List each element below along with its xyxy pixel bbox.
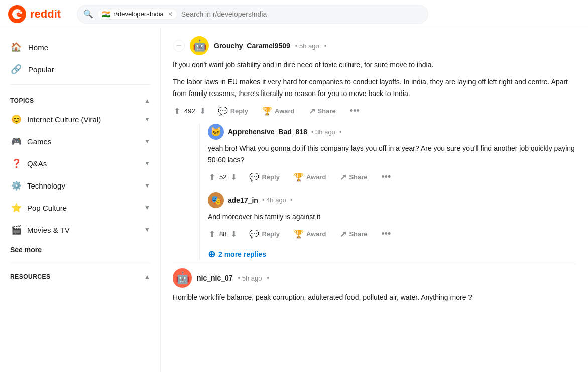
vote-group-reply-1: ⬆ 52 ⬇ — [208, 171, 238, 183]
sidebar-item-popular[interactable]: 🔗 Popular — [0, 58, 160, 80]
sidebar-item-pop-culture-label: Pop Culture — [27, 204, 67, 212]
reply-icon-reply-2: 💬 — [249, 229, 259, 239]
award-button-reply-1[interactable]: 🏆 Award — [291, 170, 329, 184]
award-icon-reply-2: 🏆 — [294, 229, 304, 239]
reply-2: 🎭 ade17_in • 4h ago • And moreover his f… — [208, 192, 576, 241]
vote-count-1: 492 — [184, 107, 195, 115]
reply-button-reply-1[interactable]: 💬 Reply — [246, 170, 282, 184]
comment-1-body: If you don't want job stability and in d… — [173, 59, 576, 99]
reply-icon-1: 💬 — [218, 106, 228, 116]
more-button-1[interactable]: ••• — [347, 105, 363, 117]
downvote-button-1[interactable]: ⬇ — [198, 105, 207, 117]
avatar-apprehensive: 🐱 — [208, 124, 224, 140]
avatar-ade17: 🎭 — [208, 192, 224, 208]
nested-replies-1: 🐱 Apprehensive_Bad_818 • 3h ago • yeah b… — [199, 124, 576, 260]
comment-1-header: − 🤖 Grouchy_Caramel9509 • 5h ago • — [173, 36, 576, 55]
collapse-button-1[interactable]: − — [173, 40, 185, 52]
share-button-1[interactable]: ↗ Share — [306, 104, 339, 118]
username-apprehensive[interactable]: Apprehensive_Bad_818 — [228, 128, 307, 136]
downvote-button-reply-1[interactable]: ⬇ — [229, 171, 238, 183]
see-more-button[interactable]: See more — [0, 241, 160, 259]
topics-title: TOPICS — [10, 97, 34, 104]
sidebar: 🏠 Home 🔗 Popular TOPICS ▲ 😊 Internet Cul… — [0, 28, 161, 372]
resources-chevron-icon: ▲ — [144, 273, 150, 281]
sidebar-item-technology-label: Technology — [27, 181, 65, 190]
vote-group-1: ⬆ 492 ⬇ — [173, 105, 207, 117]
reddit-logo-icon — [8, 5, 26, 23]
reply-1-header: 🐱 Apprehensive_Bad_818 • 3h ago • — [208, 124, 576, 140]
sidebar-divider-2 — [10, 263, 150, 263]
comment-1: − 🤖 Grouchy_Caramel9509 • 5h ago • If yo… — [173, 36, 576, 260]
share-icon-1: ↗ — [309, 106, 315, 116]
username-grouchy[interactable]: Grouchy_Caramel9509 — [214, 42, 290, 50]
sidebar-item-movies-tv[interactable]: 🎬 Movies & TV ▼ — [0, 219, 160, 241]
upvote-button-reply-1[interactable]: ⬆ — [208, 171, 216, 183]
award-button-1[interactable]: 🏆 Award — [259, 104, 298, 118]
comment-2: 🤖 nic_nic_07 • 5h ago • Horrible work li… — [173, 268, 576, 303]
reply-1-body: yeah bro! What you gonna do if this comp… — [208, 143, 576, 165]
sidebar-item-qas[interactable]: ❓ Q&As ▼ — [0, 152, 160, 174]
comment-2-header: 🤖 nic_nic_07 • 5h ago • — [173, 268, 576, 288]
sidebar-item-technology[interactable]: ⚙️ Technology ▼ — [0, 174, 160, 197]
subreddit-tag-close[interactable]: ✕ — [168, 11, 173, 18]
upvote-button-1[interactable]: ⬆ — [173, 105, 181, 117]
share-button-reply-1[interactable]: ↗ Share — [337, 170, 370, 184]
search-input[interactable] — [181, 10, 422, 18]
more-button-reply-2[interactable]: ••• — [379, 228, 394, 240]
sidebar-item-movies-tv-label: Movies & TV — [27, 226, 70, 234]
resources-section-header[interactable]: RESOURCES ▲ — [0, 267, 160, 283]
avatar-grouchy: 🤖 — [190, 36, 209, 55]
reply-2-actions: ⬆ 88 ⬇ 💬 Reply 🏆 Award — [208, 227, 576, 241]
subreddit-tag[interactable]: 🇮🇳 r/developersIndia ✕ — [97, 9, 177, 20]
comment-1-line-2: The labor laws in EU makes it very hard … — [173, 76, 576, 99]
more-button-reply-1[interactable]: ••• — [379, 171, 394, 183]
more-replies-button[interactable]: ⊕ 2 more replies — [208, 249, 576, 260]
popular-icon: 🔗 — [10, 63, 22, 75]
sidebar-item-qas-label: Q&As — [27, 159, 47, 168]
internet-culture-chevron-icon: ▼ — [144, 116, 150, 123]
pop-culture-chevron-icon: ▼ — [144, 204, 150, 211]
reply-1-actions: ⬆ 52 ⬇ 💬 Reply 🏆 Award — [208, 170, 576, 184]
downvote-button-reply-2[interactable]: ⬇ — [229, 228, 238, 240]
search-icon: 🔍 — [83, 9, 93, 19]
sidebar-item-internet-culture[interactable]: 😊 Internet Culture (Viral) ▼ — [0, 108, 160, 130]
sidebar-item-pop-culture[interactable]: ⭐ Pop Culture ▼ — [0, 197, 160, 219]
sidebar-item-games[interactable]: 🎮 Games ▼ — [0, 130, 160, 152]
qas-icon: ❓ — [10, 157, 22, 169]
time-nic: • 5h ago — [238, 274, 262, 282]
sidebar-item-popular-label: Popular — [28, 65, 54, 74]
award-icon-1: 🏆 — [262, 106, 272, 116]
comment-1-line-1: If you don't want job stability and in d… — [173, 59, 576, 70]
qas-chevron-icon: ▼ — [144, 160, 150, 167]
comment-1-actions: ⬆ 492 ⬇ 💬 Reply 🏆 Award — [173, 104, 576, 118]
username-ade17[interactable]: ade17_in — [228, 196, 258, 204]
technology-chevron-icon: ▼ — [144, 182, 150, 189]
games-icon: 🎮 — [10, 135, 22, 147]
username-nic[interactable]: nic_nic_07 — [197, 274, 233, 282]
comment-2-body: Horrible work life balance, peak corrupt… — [173, 292, 576, 303]
reply-icon-reply-1: 💬 — [249, 172, 259, 182]
reply-button-reply-2[interactable]: 💬 Reply — [246, 227, 282, 241]
vote-count-reply-2: 88 — [219, 230, 226, 238]
sidebar-item-home[interactable]: 🏠 Home — [0, 36, 160, 58]
search-bar[interactable]: 🔍 🇮🇳 r/developersIndia ✕ — [77, 5, 428, 24]
award-button-reply-2[interactable]: 🏆 Award — [291, 227, 329, 241]
reply-1: 🐱 Apprehensive_Bad_818 • 3h ago • yeah b… — [208, 124, 576, 184]
reply-2-header: 🎭 ade17_in • 4h ago • — [208, 192, 576, 208]
sidebar-item-internet-culture-label: Internet Culture (Viral) — [27, 115, 101, 124]
upvote-button-reply-2[interactable]: ⬆ — [208, 228, 216, 240]
time-grouchy: • 5h ago — [295, 42, 319, 50]
topics-header[interactable]: TOPICS ▲ — [10, 97, 150, 104]
share-icon-reply-2: ↗ — [340, 229, 346, 239]
share-button-reply-2[interactable]: ↗ Share — [337, 227, 370, 241]
avatar-nic: 🤖 — [173, 268, 192, 288]
subreddit-name: r/developersIndia — [113, 10, 164, 18]
logo[interactable]: reddit — [8, 5, 61, 23]
games-chevron-icon: ▼ — [144, 138, 150, 145]
logo-text: reddit — [30, 8, 61, 21]
time-apprehensive: • 3h ago — [311, 128, 335, 136]
topics-section: TOPICS ▲ — [0, 89, 160, 108]
resources-title: RESOURCES — [10, 273, 51, 281]
reply-button-1[interactable]: 💬 Reply — [215, 104, 251, 118]
sidebar-item-games-label: Games — [27, 137, 51, 146]
